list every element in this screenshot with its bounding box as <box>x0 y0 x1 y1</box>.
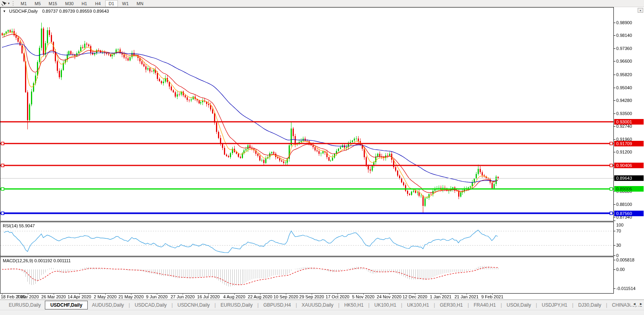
level-price-badge: 0.90406 <box>614 163 644 168</box>
tab-divider: | <box>467 302 470 308</box>
symbol-tab-USOil-Daily[interactable]: USOil,Daily <box>503 301 535 309</box>
macd-axis-label: -0.011514 <box>616 286 636 291</box>
symbol-tab-USDJPY-H1[interactable]: USDJPY,H1 <box>538 301 571 309</box>
date-axis-label: 27 Jun 2020 <box>171 294 195 299</box>
tab-divider: | <box>571 302 574 308</box>
symbol-tab-HK50-H1[interactable]: HK50,H1 <box>340 301 368 309</box>
chart-canvas[interactable] <box>0 7 644 300</box>
tab-divider: | <box>295 302 298 308</box>
tab-divider: | <box>605 302 608 308</box>
symbol-tab-USDCNH-Daily[interactable]: USDCNH,Daily <box>174 301 214 309</box>
date-axis-label: 24 Nov 2020 <box>377 294 401 299</box>
level-price-badge: 0.91709 <box>614 141 644 146</box>
date-axis-label: 22 Aug 2020 <box>248 294 272 299</box>
timeframe-button-M15[interactable]: M15 <box>45 0 61 7</box>
tab-divider: | <box>337 302 340 308</box>
macd-axis-label: 0.005818 <box>616 257 634 262</box>
price-axis-label: 0.97360 <box>616 46 632 51</box>
price-axis-label: 0.98900 <box>616 20 632 25</box>
date-axis-label: 7 Mar 2020 <box>17 294 39 299</box>
price-axis-label: 0.95820 <box>616 72 632 77</box>
date-axis-label: 17 Oct 2020 <box>326 294 349 299</box>
level-price-badge: 0.87560 <box>614 211 644 216</box>
symbol-tab-XAUUSD-Daily[interactable]: XAUUSD,Daily <box>298 301 337 309</box>
chart-scroll-up-button[interactable]: ▲ <box>638 8 643 13</box>
date-axis-label: 16 Jul 2020 <box>197 294 220 299</box>
symbol-tab-USDCHF-Daily[interactable]: USDCHF,Daily <box>45 301 88 309</box>
date-axis-label: 12 Dec 2020 <box>403 294 427 299</box>
timeframe-button-D1[interactable]: D1 <box>105 0 118 7</box>
tab-divider: | <box>171 302 174 308</box>
symbol-tab-FRA40-H1[interactable]: FRA40,H1 <box>470 301 500 309</box>
price-axis-label: 0.96600 <box>616 59 632 63</box>
status-strip <box>0 310 644 315</box>
timeframe-button-H4[interactable]: H4 <box>91 0 104 7</box>
tab-divider: | <box>535 302 538 308</box>
toolbar-grip[interactable] <box>13 1 14 6</box>
timeframe-button-W1[interactable]: W1 <box>119 0 133 7</box>
tab-scroll-left-button[interactable]: ◄ <box>632 302 636 306</box>
timeframe-button-M1[interactable]: M1 <box>17 0 30 7</box>
symbol-tab-EURUSD-Daily[interactable]: EURUSD,Daily <box>5 301 45 309</box>
date-axis-label: 10 Sep 2020 <box>274 294 298 299</box>
tab-divider: | <box>433 302 436 308</box>
price-axis-label: 0.95040 <box>616 85 632 90</box>
price-axis-label: 0.93500 <box>616 111 632 116</box>
tab-divider: | <box>400 302 403 308</box>
date-axis-label: 29 Sep 2020 <box>299 294 324 299</box>
chart-stage: ▼ USDCHF,Daily 0.89737 0.89739 0.89559 0… <box>0 7 644 300</box>
level-price-badge: 0.89006 <box>614 186 644 192</box>
chart-title-collapse-icon[interactable]: ▼ <box>3 10 6 13</box>
tab-scroll-arrows: ◄► <box>630 302 643 306</box>
macd-axis-label: 0.00 <box>616 267 625 272</box>
date-axis-label: 21 Jan 2021 <box>455 294 479 299</box>
date-axis-label: 9 Jun 2020 <box>146 294 168 299</box>
chart-title: ▼ USDCHF,Daily 0.89737 0.89739 0.89559 0… <box>3 9 109 14</box>
timeframe-button-M30[interactable]: M30 <box>62 0 77 7</box>
symbol-tab-GER30-H1[interactable]: GER30,H1 <box>436 301 467 309</box>
tab-divider: | <box>128 302 131 308</box>
tab-divider: | <box>500 302 503 308</box>
rsi-label: RSI(14) 55.9047 <box>3 223 35 228</box>
rsi-axis-label: 100 <box>616 223 623 227</box>
timeframe-button-H1[interactable]: H1 <box>78 0 91 7</box>
date-axis-label: 1 Jan 2021 <box>430 294 451 299</box>
date-axis-label: 14 Apr 2020 <box>67 294 91 299</box>
date-axis-label: 5 Nov 2020 <box>352 294 374 299</box>
chevron-down-icon[interactable]: ▾ <box>8 2 10 5</box>
price-axis-label: 0.91200 <box>616 150 632 154</box>
price-axis-label: 0.94280 <box>616 98 632 103</box>
chart-title-symbol: USDCHF,Daily <box>9 9 38 13</box>
price-axis-label: 0.98140 <box>616 33 632 38</box>
date-axis-label: 21 May 2020 <box>118 294 144 299</box>
tab-divider: | <box>256 302 259 308</box>
chart-title-ohlc: 0.89737 0.89739 0.89559 0.89643 <box>42 9 109 13</box>
symbol-tab-USDCAD-Daily[interactable]: USDCAD,Daily <box>131 301 171 309</box>
rsi-axis-label: 30 <box>616 243 621 248</box>
timeframe-button-M5[interactable]: M5 <box>31 0 44 7</box>
level-price-badge: 0.93001 <box>614 119 644 125</box>
symbol-tab-EURUSD-Daily[interactable]: EURUSD,Daily <box>216 301 256 309</box>
tab-scroll-right-button[interactable]: ► <box>639 302 643 306</box>
current-price-badge: 0.89643 <box>614 175 644 181</box>
tab-divider: | <box>214 302 216 308</box>
symbol-tab-GBPUSD-H4[interactable]: GBPUSD,H4 <box>259 301 295 309</box>
price-axis-label: 0.88100 <box>616 202 632 207</box>
crosshair-cursor-tool-icon[interactable] <box>1 1 8 6</box>
rsi-axis-label: 70 <box>616 229 621 233</box>
date-axis-label: 2 May 2020 <box>94 294 116 299</box>
tab-divider: | <box>368 302 370 308</box>
date-axis-label: 26 Mar 2020 <box>41 294 66 299</box>
top-toolbar: ▾ M1M5M15M30H1H4D1W1MN <box>0 0 644 7</box>
macd-label: MACD(12,26,9) 0.001192 0.001111 <box>3 258 71 263</box>
symbol-tab-UK100-H1[interactable]: UK100,H1 <box>403 301 433 309</box>
symbol-tab-bar: EURUSD,DailyUSDCHF,DailyAUDUSD,Daily|USD… <box>0 300 644 310</box>
timeframe-button-MN[interactable]: MN <box>133 0 147 7</box>
symbol-tab-UK100-H1[interactable]: UK100,H1 <box>370 301 400 309</box>
date-axis-label: 9 Feb 2021 <box>481 294 503 299</box>
date-axis-label: 4 Aug 2020 <box>223 294 245 299</box>
symbol-tab-DJ30-Daily[interactable]: DJ30,Daily <box>574 301 605 309</box>
timeframe-button-group: M1M5M15M30H1H4D1W1MN <box>17 0 147 7</box>
symbol-tab-AUDUSD-Daily[interactable]: AUDUSD,Daily <box>88 301 128 309</box>
